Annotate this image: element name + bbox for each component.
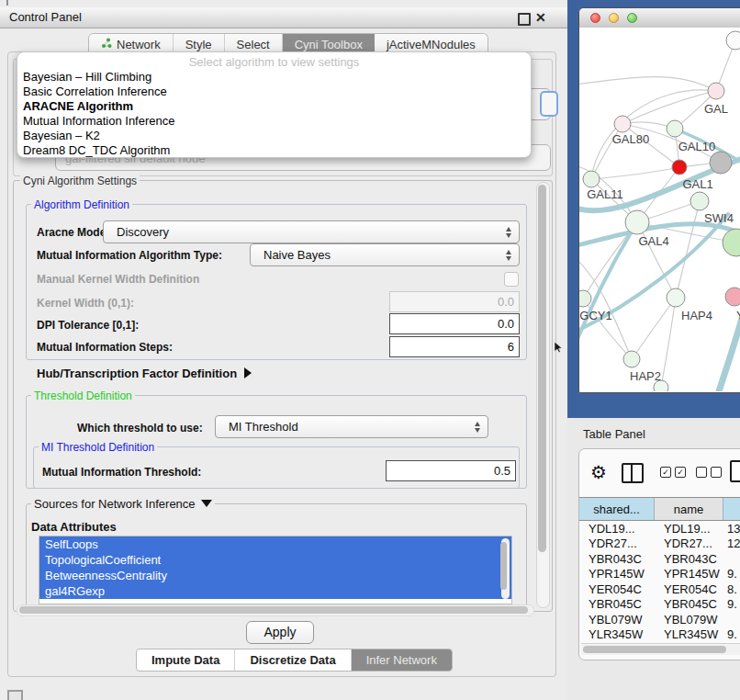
network-node-label: Y <box>736 309 740 322</box>
attribute-item[interactable]: gal4RGexp <box>39 583 511 599</box>
table-hscrollbar-thumb[interactable] <box>583 646 726 653</box>
algorithm-option[interactable]: Basic Correlation Inference <box>17 85 531 99</box>
tab-discretize-data[interactable]: Discretize Data <box>235 649 351 671</box>
clipped-scrollbar-fragment <box>6 0 8 6</box>
data-attributes-list[interactable]: SelfLoopsTopologicalCoefficientBetweenne… <box>39 536 512 604</box>
document-icon[interactable] <box>730 460 740 482</box>
table-rows[interactable]: YDL19...YDL19...13YDR27...YDR27...12YBR0… <box>579 521 740 646</box>
mi-type-label: Mutual Information Algorithm Type: <box>37 249 222 262</box>
split-view-icon[interactable] <box>622 463 644 483</box>
table-cell: YPR145W <box>655 567 723 581</box>
network-node[interactable] <box>583 171 600 187</box>
zoom-traffic-light[interactable] <box>627 13 637 23</box>
tab-infer-network[interactable]: Infer Network <box>352 649 452 671</box>
network-node[interactable] <box>614 116 631 132</box>
algorithm-option[interactable]: ARACNE Algorithm <box>17 99 531 114</box>
network-node[interactable] <box>625 210 649 234</box>
aracne-mode-combobox[interactable]: Discovery <box>103 220 520 243</box>
algorithm-option[interactable]: Bayesian – Hill Climbing <box>17 70 531 85</box>
checked-column-icon[interactable]: ✓ <box>675 467 686 478</box>
mi-threshold-field[interactable]: 0.5 <box>386 460 516 481</box>
column-header-name[interactable]: name <box>655 498 723 520</box>
mi-steps-field[interactable]: 6 <box>389 336 520 357</box>
algorithm-option[interactable]: Dream8 DC_TDC Algorithm <box>17 143 531 158</box>
algorithm-option[interactable]: Mutual Information Inference <box>17 114 531 129</box>
network-node[interactable] <box>667 288 685 307</box>
table-cell: YBL079W <box>655 613 723 627</box>
settings-scrollbar-thumb[interactable] <box>538 185 546 552</box>
control-panel-titlebar: Control Panel ✕ <box>0 7 567 28</box>
network-node[interactable] <box>725 288 740 306</box>
settings-scrollbar[interactable] <box>536 182 550 608</box>
apply-button[interactable]: Apply <box>246 621 314 644</box>
kernel-width-field[interactable]: 0.0 <box>389 291 520 312</box>
attribute-list-scrollbar[interactable] <box>501 538 510 599</box>
attribute-item[interactable]: BetweennessCentrality <box>39 568 511 583</box>
network-node[interactable] <box>723 229 740 256</box>
table-row[interactable]: YBR045CYBR045C9. <box>579 597 740 613</box>
table-hscrollbar[interactable] <box>581 643 740 655</box>
clipped-corner-icon[interactable] <box>7 690 23 700</box>
column-header-shared[interactable]: shared... <box>579 498 655 520</box>
table-cell: YPR145W <box>579 567 655 581</box>
popup-placeholder: Select algorithm to view settings <box>17 54 531 70</box>
table-row[interactable]: YBR043CYBR043C <box>579 551 740 567</box>
table-cell: 9. <box>723 567 740 581</box>
mi-type-combobox[interactable]: Naive Bayes <box>250 243 520 266</box>
manual-kernel-checkbox[interactable] <box>504 272 519 287</box>
table-cell: 13 <box>723 522 740 536</box>
sources-toggle[interactable]: Sources for Network Inference <box>31 497 215 511</box>
attribute-list-scrollbar-thumb[interactable] <box>500 542 507 590</box>
threshold-definition-title: Threshold Definition <box>31 390 135 402</box>
network-node[interactable] <box>623 351 640 367</box>
which-threshold-value: MI Threshold <box>229 420 298 434</box>
table-row[interactable]: YDL19...YDL19...13 <box>579 521 740 536</box>
table-row[interactable]: YER054CYER054C8. <box>579 581 740 597</box>
network-node[interactable] <box>672 160 687 175</box>
minimize-traffic-light[interactable] <box>609 13 619 23</box>
gear-icon[interactable]: ⚙ <box>590 461 607 483</box>
dpi-tolerance-field[interactable]: 0.0 <box>389 313 520 334</box>
column-header-clipped[interactable] <box>723 498 740 520</box>
table-toolbar: ⚙ ✓ ✓ <box>579 449 740 497</box>
attribute-item[interactable]: SelfLoops <box>39 536 511 552</box>
table-cell: YDR27... <box>579 536 655 550</box>
table-cell: 8. <box>723 582 740 596</box>
attribute-item[interactable]: TopologicalCoefficient <box>39 552 511 568</box>
table-row[interactable]: YLR345WYLR345W9. <box>579 627 740 643</box>
network-window-titlebar <box>579 8 740 28</box>
stepper-icon <box>506 227 512 238</box>
network-canvas[interactable]: GALGAL80GAL10GAL1GAL11SWI4GAL4GCY1HAP4YH… <box>579 28 740 391</box>
mi-threshold-title: MI Threshold Definition <box>39 441 157 454</box>
network-node[interactable] <box>579 290 591 307</box>
settings-hscrollbar[interactable] <box>17 604 534 616</box>
mi-type-value: Naive Bayes <box>263 248 331 262</box>
attribute-items: SelfLoopsTopologicalCoefficientBetweenne… <box>39 536 511 599</box>
close-icon[interactable]: ✕ <box>535 9 546 26</box>
network-node[interactable] <box>710 152 732 174</box>
right-region: GALGAL80GAL10GAL1GAL11SWI4GAL4GCY1HAP4YH… <box>567 0 740 700</box>
hub-definition-toggle[interactable]: Hub/Transcription Factor Definition <box>37 367 252 380</box>
tab-label: Select <box>237 38 270 51</box>
which-threshold-combobox[interactable]: MI Threshold <box>215 415 488 438</box>
table-row[interactable]: YBL079WYBL079W <box>579 612 740 627</box>
table-cell: 12 <box>723 536 740 550</box>
float-window-icon[interactable] <box>518 13 531 26</box>
checked-column-icon[interactable]: ✓ <box>660 467 671 478</box>
tab-impute-data[interactable]: Impute Data <box>137 649 235 671</box>
unchecked-column-icon[interactable] <box>711 467 722 478</box>
network-node[interactable] <box>667 120 683 137</box>
close-traffic-light[interactable] <box>590 13 600 23</box>
which-threshold-label: Which threshold to use: <box>77 422 203 435</box>
tab-label: Cyni Toolbox <box>295 38 363 51</box>
network-node[interactable] <box>726 31 740 50</box>
table-row[interactable]: YDR27...YDR27...12 <box>579 536 740 552</box>
table-row[interactable]: YPR145WYPR145W9. <box>579 567 740 582</box>
collapse-right-icon <box>244 367 252 378</box>
settings-hscrollbar-thumb[interactable] <box>19 606 528 614</box>
network-node[interactable] <box>708 83 724 99</box>
algorithm-option[interactable]: Bayesian – K2 <box>17 129 531 143</box>
screen: Control Panel ✕ Network Style Select Cyn… <box>0 0 740 700</box>
unchecked-column-icon[interactable] <box>696 467 707 478</box>
network-node[interactable] <box>690 192 709 210</box>
